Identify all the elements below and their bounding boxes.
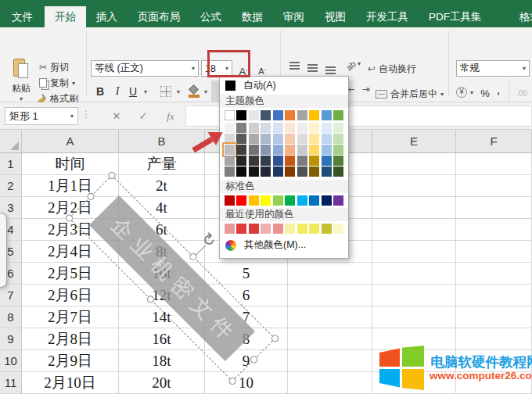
cell-a[interactable]: 2月10日: [22, 372, 119, 394]
row-header[interactable]: 10: [0, 350, 22, 372]
color-swatch[interactable]: [261, 145, 271, 155]
cell-e[interactable]: [372, 153, 456, 175]
tab-page-layout[interactable]: 页面布局: [128, 6, 190, 27]
tab-format[interactable]: 格式: [509, 6, 532, 27]
cell-a[interactable]: 2月9日: [22, 350, 119, 372]
color-swatch[interactable]: [285, 123, 295, 133]
color-swatch[interactable]: [273, 195, 283, 206]
cell-a[interactable]: 2月8日: [22, 328, 119, 350]
color-swatch[interactable]: [322, 145, 332, 155]
color-swatch[interactable]: [309, 156, 319, 166]
italic-button[interactable]: I: [110, 82, 124, 101]
align-middle-button[interactable]: [304, 60, 320, 76]
color-swatch[interactable]: [225, 195, 235, 206]
cell-a[interactable]: 时间: [22, 153, 119, 175]
color-swatch[interactable]: [333, 156, 343, 166]
cell-d[interactable]: [288, 263, 372, 285]
cell-e[interactable]: [372, 197, 456, 219]
row-header[interactable]: 1: [0, 153, 22, 175]
cell-f[interactable]: [456, 306, 532, 328]
tab-file[interactable]: 文件: [0, 6, 45, 27]
tab-developer[interactable]: 开发工具: [356, 6, 419, 27]
color-swatch[interactable]: [297, 156, 307, 166]
copy-button[interactable]: 复制 ▾: [39, 76, 75, 90]
color-swatch[interactable]: [249, 224, 259, 234]
cell-e[interactable]: [372, 175, 456, 197]
color-swatch[interactable]: [322, 224, 332, 234]
comma-style-button[interactable]: ,: [494, 81, 503, 99]
select-all-button[interactable]: [0, 130, 22, 153]
color-swatch[interactable]: [309, 110, 319, 120]
color-swatch[interactable]: [236, 145, 246, 155]
color-swatch[interactable]: [285, 156, 295, 166]
color-swatch[interactable]: [236, 156, 246, 166]
color-swatch[interactable]: [261, 156, 271, 166]
color-swatch[interactable]: [322, 195, 332, 206]
tab-formulas[interactable]: 公式: [190, 6, 232, 27]
color-swatch[interactable]: [333, 123, 343, 133]
color-swatch[interactable]: [236, 224, 246, 234]
column-header-a[interactable]: A: [22, 130, 119, 153]
color-swatch[interactable]: [249, 167, 259, 177]
row-header[interactable]: 8: [0, 306, 22, 328]
column-header-e[interactable]: E: [372, 130, 456, 153]
cell-b[interactable]: 18t: [119, 350, 205, 372]
borders-button[interactable]: [159, 82, 173, 101]
increase-indent-button[interactable]: ⇥: [358, 84, 374, 99]
color-swatch[interactable]: [297, 123, 307, 133]
cell-a[interactable]: 2月7日: [22, 306, 119, 328]
cell-f[interactable]: [456, 285, 532, 306]
underline-dropdown[interactable]: ▾: [141, 82, 150, 101]
color-swatch[interactable]: [309, 224, 319, 234]
row-header[interactable]: 9: [0, 328, 22, 350]
underline-button[interactable]: U: [126, 82, 140, 101]
cell-e[interactable]: [372, 263, 456, 285]
cell-d[interactable]: [288, 372, 372, 394]
decimal-buttons-partial[interactable]: .00: [512, 84, 531, 102]
bold-button[interactable]: B: [92, 82, 108, 101]
tab-review[interactable]: 审阅: [273, 6, 315, 27]
cell-a[interactable]: 2月5日: [22, 263, 119, 285]
color-swatch[interactable]: [273, 134, 283, 144]
color-swatch[interactable]: [249, 156, 259, 166]
color-swatch[interactable]: [309, 195, 319, 206]
color-swatch[interactable]: [236, 110, 246, 120]
cell-d[interactable]: [288, 350, 372, 372]
color-swatch[interactable]: [322, 167, 332, 177]
accounting-format-button[interactable]: ¥ ▾: [456, 85, 473, 99]
color-swatch[interactable]: [333, 224, 343, 234]
cell-f[interactable]: [456, 241, 532, 263]
cell-b[interactable]: 2t: [119, 175, 205, 197]
color-swatch[interactable]: [273, 110, 283, 120]
fill-color-dropdown[interactable]: ▾: [202, 82, 210, 101]
color-swatch[interactable]: [333, 167, 343, 177]
color-swatch[interactable]: [322, 110, 332, 120]
color-swatch[interactable]: [297, 224, 307, 234]
color-swatch[interactable]: [261, 134, 271, 144]
cell-e[interactable]: [372, 219, 456, 241]
color-swatch[interactable]: [249, 110, 259, 120]
cell-b[interactable]: 20t: [119, 372, 205, 394]
cell-f[interactable]: [456, 153, 532, 175]
row-header[interactable]: 11: [0, 372, 22, 394]
color-swatch[interactable]: [285, 195, 295, 206]
cell-f[interactable]: [456, 197, 532, 219]
color-swatch[interactable]: [236, 123, 246, 133]
color-swatch[interactable]: [261, 167, 271, 177]
insert-function-button[interactable]: fx: [160, 107, 181, 125]
cell-e[interactable]: [372, 241, 456, 263]
color-swatch[interactable]: [261, 195, 271, 206]
color-swatch[interactable]: [225, 156, 235, 166]
more-colors-item[interactable]: 其他颜色(M)...: [220, 236, 348, 254]
row-header[interactable]: 2: [0, 175, 22, 197]
color-swatch[interactable]: [322, 134, 332, 144]
tab-data[interactable]: 数据: [232, 6, 273, 27]
orientation-button[interactable]: ab▾: [344, 60, 365, 76]
align-bottom-button[interactable]: [322, 60, 338, 76]
color-swatch[interactable]: [285, 145, 295, 155]
cell-a[interactable]: 2月6日: [22, 285, 119, 306]
cell-d[interactable]: [288, 328, 372, 350]
cell-b[interactable]: 产量: [119, 153, 205, 175]
align-top-button[interactable]: [286, 60, 302, 76]
font-name-select[interactable]: 等线 (正文)▾: [91, 60, 199, 77]
